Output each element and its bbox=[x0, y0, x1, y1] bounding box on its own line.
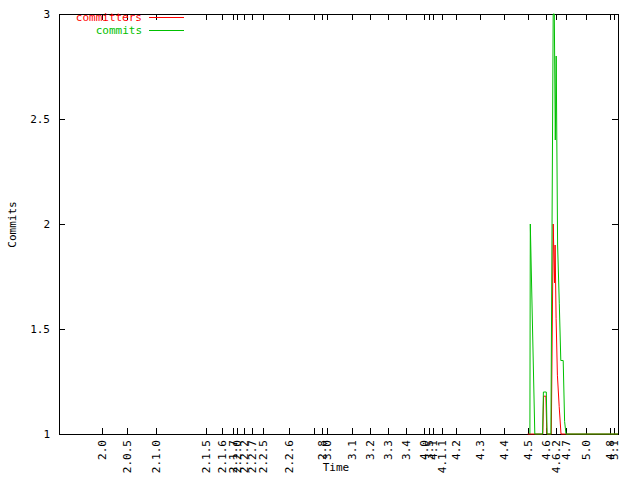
x-axis-title: Time bbox=[306, 461, 366, 474]
x-tick-label: 2.0 bbox=[96, 440, 109, 460]
y-tick-label: 3 bbox=[43, 8, 50, 21]
x-tick-label: 3.2 bbox=[364, 440, 377, 460]
x-tick-label: 3.0 bbox=[321, 440, 334, 460]
y-axis-title: Commits bbox=[6, 194, 19, 256]
x-tick-label: 2.0.5 bbox=[121, 440, 134, 473]
y-tick-label: 1.5 bbox=[30, 323, 50, 336]
x-tick-label: 4.5 bbox=[522, 440, 535, 460]
series-line-committers bbox=[528, 224, 618, 434]
commits-line-sample-icon bbox=[149, 30, 184, 31]
plot-border bbox=[59, 14, 618, 434]
legend-entry-committers: committers bbox=[62, 12, 184, 23]
x-tick-label: 2.1.5 bbox=[200, 440, 213, 473]
x-tick-label: 3.4 bbox=[400, 440, 413, 460]
plot-svg: 11.522.532.02.0.52.1.02.1.52.1.62.1.72.2… bbox=[0, 0, 640, 480]
x-tick-label: 2.2.5 bbox=[257, 440, 270, 473]
x-tick-label: 2.1.0 bbox=[150, 440, 163, 473]
y-tick-label: 1 bbox=[43, 428, 50, 441]
x-tick-label: 2.2.6 bbox=[283, 440, 296, 473]
y-tick-label: 2.5 bbox=[30, 113, 50, 126]
legend: committers commits bbox=[62, 12, 184, 36]
x-tick-label: 4.2 bbox=[450, 440, 463, 460]
x-tick-label: 3.1 bbox=[346, 440, 359, 460]
x-tick-label: 5.0 bbox=[580, 440, 593, 460]
commits-chart: 11.522.532.02.0.52.1.02.1.52.1.62.1.72.2… bbox=[0, 0, 640, 480]
legend-label-committers: committers bbox=[62, 11, 142, 24]
x-tick-label: 4.1.1 bbox=[436, 440, 449, 473]
legend-entry-commits: commits bbox=[62, 25, 184, 36]
x-tick-label: 5.1 bbox=[608, 440, 621, 460]
series-line-commits bbox=[530, 14, 618, 434]
x-tick-label: 4.4 bbox=[498, 440, 511, 460]
committers-line-sample-icon bbox=[149, 17, 184, 18]
x-tick-label: 4.7 bbox=[560, 440, 573, 460]
x-tick-label: 3.3 bbox=[382, 440, 395, 460]
legend-label-commits: commits bbox=[62, 24, 142, 37]
x-tick-label: 4.3 bbox=[474, 440, 487, 460]
y-tick-label: 2 bbox=[43, 218, 50, 231]
